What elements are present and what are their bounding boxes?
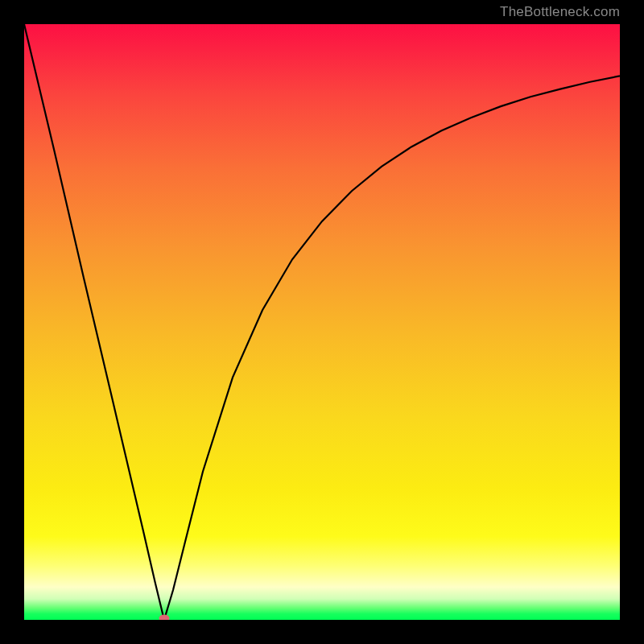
plot-area xyxy=(24,24,620,620)
watermark-text: TheBottleneck.com xyxy=(500,4,620,20)
curve-path xyxy=(24,24,620,620)
chart-frame: TheBottleneck.com xyxy=(0,0,644,644)
curve-minimum-marker xyxy=(159,614,169,620)
bottleneck-curve xyxy=(24,24,620,620)
